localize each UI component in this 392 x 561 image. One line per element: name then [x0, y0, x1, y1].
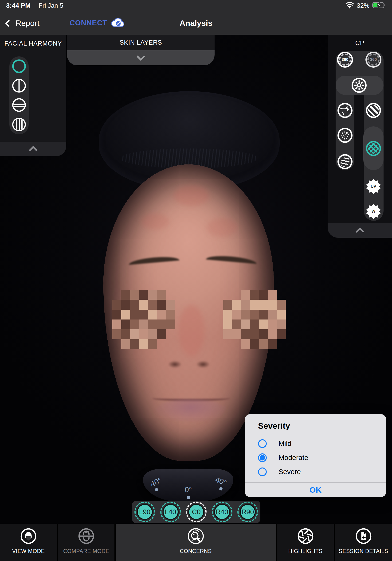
- facial-harmony-modes: [9, 56, 29, 134]
- skin-layers-panel: SKIN LAYERS: [67, 35, 215, 65]
- angle-c0-button[interactable]: C0: [186, 502, 207, 522]
- lower-lip: [156, 399, 226, 422]
- highlights-icon: [297, 528, 314, 545]
- cloud-sync-done-icon: [110, 17, 125, 29]
- woods-mode-icon[interactable]: W: [366, 204, 381, 219]
- cp-collapse[interactable]: [328, 223, 392, 238]
- view-mode-icon: [20, 528, 37, 545]
- angle-mark-center: 0°: [185, 485, 192, 494]
- angle-mark-right: 40°: [214, 475, 228, 487]
- split-horizontal-icon[interactable]: [12, 98, 26, 112]
- compare-mode-icon: [77, 528, 95, 545]
- bottom-toolbar: VIEW MODE COMPARE MODE CONCERNS: [0, 524, 392, 561]
- chevron-up-icon: [29, 146, 38, 155]
- connect-label: CONNECT: [70, 19, 107, 27]
- status-time: 3:44 PM: [6, 2, 31, 9]
- capture-angle-strip: L90 L40 C0 R40 R90: [132, 501, 260, 523]
- status-bar: 3:44 PM Fri Jan 5 32%: [0, 0, 392, 11]
- angle-l90-button[interactable]: L90: [134, 502, 155, 522]
- skin-layers-expand[interactable]: [67, 50, 215, 65]
- split-vertical-icon[interactable]: [12, 79, 26, 93]
- full-view-icon[interactable]: [12, 59, 26, 73]
- severity-option-severe[interactable]: Severe: [258, 466, 301, 477]
- skin-layers-header: SKIN LAYERS: [67, 35, 215, 50]
- radio-mild[interactable]: [258, 439, 267, 448]
- severity-dialog: Severity Mild Moderate Severe OK: [245, 414, 386, 497]
- session-details-icon: [355, 528, 372, 545]
- capture-360-left-icon[interactable]: 360: [337, 52, 353, 68]
- back-label: Report: [15, 19, 40, 28]
- severity-title: Severity: [258, 421, 290, 431]
- highlights-button[interactable]: HIGHLIGHTS: [277, 524, 334, 561]
- ok-button[interactable]: OK: [245, 483, 386, 497]
- back-button[interactable]: Report: [6, 11, 40, 35]
- nav-bar: Report CONNECT Analysis: [0, 11, 392, 35]
- texture-mode-selected-icon[interactable]: [366, 141, 381, 156]
- angle-r90-button[interactable]: R90: [237, 502, 258, 522]
- facial-harmony-title: FACIAL HARMONY: [0, 40, 66, 47]
- analysis-screen: 3:44 PM Fri Jan 5 32%: [0, 0, 392, 561]
- concerns-icon: [187, 528, 205, 545]
- chevron-left-icon: [5, 20, 12, 27]
- battery-charging-icon: [372, 2, 386, 10]
- pigmentation-mode-icon[interactable]: [366, 103, 381, 118]
- concerns-button[interactable]: CONCERNS: [116, 524, 276, 561]
- facial-harmony-panel: FACIAL HARMONY: [0, 35, 66, 156]
- cp-panel: CP 360 360: [328, 35, 392, 238]
- radio-severe[interactable]: [258, 467, 267, 476]
- daylight-mode-icon[interactable]: [352, 78, 367, 93]
- session-details-button[interactable]: SESSION DETAILS: [335, 524, 392, 561]
- facial-harmony-collapse[interactable]: [0, 142, 66, 156]
- nostril-shadow: [196, 361, 210, 368]
- status-date: Fri Jan 5: [39, 2, 63, 9]
- angle-mark-left: 40°: [149, 476, 163, 488]
- angle-r40-button[interactable]: R40: [212, 502, 232, 522]
- page-title: Analysis: [0, 11, 392, 35]
- radio-moderate[interactable]: [258, 453, 267, 462]
- right-eye-pixelated: [223, 290, 286, 349]
- cp-title: CP: [328, 40, 392, 47]
- chevron-up-icon: [356, 227, 364, 236]
- view-mode-button[interactable]: VIEW MODE: [0, 524, 57, 561]
- nostril-shadow: [168, 361, 181, 368]
- connect-button[interactable]: CONNECT: [70, 11, 125, 35]
- skin-layers-title: SKIN LAYERS: [120, 39, 162, 46]
- chin-rest-band: 40° 0° 40°: [143, 469, 233, 502]
- vascular-mode-icon[interactable]: [338, 103, 352, 118]
- severity-option-moderate[interactable]: Moderate: [258, 453, 308, 463]
- capture-360-right-icon[interactable]: 360: [365, 52, 381, 68]
- chevron-down-icon: [137, 52, 145, 61]
- uv-mode-icon[interactable]: UV: [366, 179, 381, 194]
- angle-l40-button[interactable]: L40: [160, 502, 181, 522]
- battery-percent: 32%: [357, 2, 370, 9]
- spots-mode-icon[interactable]: [338, 128, 352, 143]
- severity-option-mild[interactable]: Mild: [258, 438, 291, 449]
- compare-mode-button[interactable]: COMPARE MODE: [58, 524, 114, 561]
- wifi-icon: [346, 2, 354, 9]
- left-eye-pixelated: [112, 290, 175, 349]
- split-thirds-icon[interactable]: [12, 118, 26, 131]
- porphyrins-mode-icon[interactable]: [338, 154, 352, 169]
